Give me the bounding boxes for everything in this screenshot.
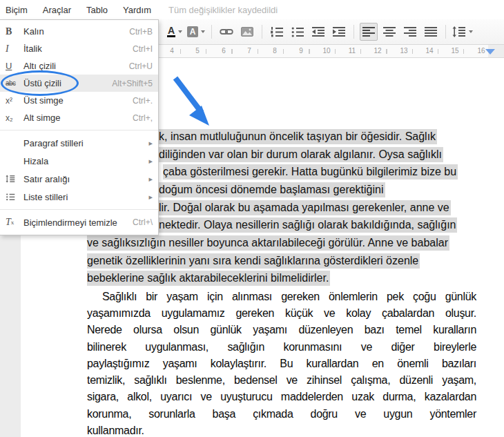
selected-text: ve sağlıksızlığın nesiller boyunca aktar… bbox=[87, 235, 449, 251]
doc-line[interactable]: doğum öncesi dönemde başlaması gerektiği… bbox=[159, 182, 385, 197]
align-center-button[interactable] bbox=[380, 23, 398, 41]
menu-shortcut: Ctrl+, bbox=[133, 113, 153, 123]
doc-line[interactable]: diliğinden var olan bir durum olarak alg… bbox=[159, 147, 443, 162]
menubar-item-tablo[interactable]: Tablo bbox=[79, 5, 115, 15]
doc-line[interactable]: nektedir. Olaya nesillerin sağlığı olara… bbox=[159, 217, 457, 232]
ruler-number: 11 bbox=[345, 47, 359, 55]
selected-text: k, insan mutluluğunun öncelik taşıyan bi… bbox=[159, 129, 437, 144]
align-justify-button[interactable] bbox=[422, 23, 440, 41]
menu-bar: Biçim Araçlar Tablo Yardım Tüm değişikli… bbox=[0, 0, 504, 19]
menu-shortcut: Alt+Shift+5 bbox=[112, 79, 153, 88]
outdent-button[interactable] bbox=[309, 23, 327, 41]
submenu-arrow-icon: ▸ bbox=[148, 157, 153, 166]
submenu-arrow-icon: ▸ bbox=[148, 193, 153, 202]
save-status: Tüm değişiklikler kaydedildi bbox=[168, 5, 278, 15]
text-color-button[interactable]: A bbox=[166, 23, 184, 41]
menu-item-subscript[interactable]: x₂ Alt simge Ctrl+, bbox=[0, 109, 158, 126]
bullet-list-icon bbox=[291, 26, 304, 37]
menu-item-strikethrough[interactable]: abc Üstü çizili Alt+Shift+5 bbox=[0, 75, 158, 92]
menu-shortcut: Ctrl+\ bbox=[133, 217, 153, 227]
doc-line[interactable]: sigara, alkol, uyarıcı ve uyuşturucu mad… bbox=[87, 389, 476, 404]
doc-line[interactable]: yaşamımızda uygulamamız gereken küçük ve… bbox=[87, 306, 476, 320]
menu-item-align[interactable]: Hizala ▸ bbox=[0, 152, 158, 170]
insert-image-button[interactable] bbox=[238, 23, 256, 41]
text-color-icon: A bbox=[167, 26, 175, 37]
menu-item-paragraph-styles[interactable]: Paragraf stilleri ▸ bbox=[0, 134, 158, 152]
highlight-color-icon: A bbox=[187, 26, 198, 37]
menubar-item-araclar[interactable]: Araçlar bbox=[35, 5, 79, 15]
menu-item-label: Üstü çizili bbox=[23, 78, 112, 88]
menu-item-italic[interactable]: I İtalik Ctrl+I bbox=[0, 40, 158, 57]
submenu-arrow-icon: ▸ bbox=[148, 175, 153, 184]
menu-item-label: Üst simge bbox=[23, 95, 133, 106]
ruler-number: 15 bbox=[448, 47, 462, 55]
format-menu: B Kalın Ctrl+B I İtalik Ctrl+I U Altı çi… bbox=[0, 19, 159, 235]
doc-line[interactable]: paylaştığımız yaşamı kolaylaştırır. Bu k… bbox=[87, 356, 476, 371]
toolbar-separator bbox=[445, 25, 446, 39]
ruler-number: 10 bbox=[320, 47, 333, 55]
toolbar-separator bbox=[211, 25, 212, 39]
align-left-icon bbox=[362, 26, 376, 37]
menu-item-bold[interactable]: B Kalın Ctrl+B bbox=[0, 23, 158, 40]
list-styles-icon bbox=[6, 193, 23, 201]
line-spacing-button[interactable] bbox=[452, 23, 474, 41]
indent-icon bbox=[332, 26, 346, 37]
superscript-icon: x² bbox=[6, 96, 23, 106]
menu-shortcut: Ctrl+. bbox=[133, 96, 153, 106]
menu-item-label: Biçimlendirmeyi temizle bbox=[23, 217, 133, 228]
subscript-icon: x₂ bbox=[6, 113, 23, 123]
doc-line[interactable]: genetik özelliklerinin yanı sıra kendi s… bbox=[87, 253, 420, 268]
menu-shortcut: Ctrl+I bbox=[133, 44, 153, 54]
ruler-number: 6 bbox=[217, 47, 231, 55]
menu-item-label: Satır aralığı bbox=[23, 174, 148, 184]
outdent-icon bbox=[311, 26, 325, 37]
doc-line[interactable]: temizlik, sağlıklı beslenme, bedensel ve… bbox=[87, 373, 476, 387]
selected-text: bebeklerine sağlık aktarabileceklerini b… bbox=[87, 271, 330, 286]
doc-line[interactable]: ve sağlıksızlığın nesiller boyunca aktar… bbox=[87, 235, 449, 250]
menu-item-line-spacing[interactable]: Satır aralığı ▸ bbox=[0, 170, 158, 188]
doc-line[interactable]: bebeklerine sağlık aktarabileceklerini b… bbox=[87, 271, 330, 285]
ruler-number: 12 bbox=[371, 47, 385, 55]
numbered-list-button[interactable] bbox=[268, 23, 286, 41]
align-left-button[interactable] bbox=[360, 23, 378, 41]
doc-line[interactable]: çaba gösterilmesi gerekir. Hatta bugünkü… bbox=[163, 164, 458, 179]
doc-line[interactable]: lir. Doğal olarak bu aşamada yapılması g… bbox=[159, 200, 451, 215]
chevron-down-icon bbox=[469, 30, 473, 33]
selected-text: doğum öncesi dönemde başlaması gerektiği… bbox=[159, 182, 385, 197]
menu-item-clear-formatting[interactable]: Tx Biçimlendirmeyi temizle Ctrl+\ bbox=[0, 213, 158, 231]
toolbar-separator bbox=[353, 25, 354, 39]
ruler-number: 14 bbox=[423, 47, 436, 55]
clear-formatting-icon: Tx bbox=[6, 217, 23, 228]
strikethrough-icon: abc bbox=[6, 79, 23, 87]
bullet-list-button[interactable] bbox=[289, 23, 307, 41]
doc-line[interactable]: korunma, sorunlarla başa çıkmada doğru v… bbox=[87, 407, 476, 421]
selected-text: genetik özelliklerinin yanı sıra kendi s… bbox=[87, 253, 420, 269]
insert-link-button[interactable] bbox=[217, 23, 235, 41]
menu-item-list-styles[interactable]: Liste stilleri ▸ bbox=[0, 188, 158, 206]
doc-line[interactable]: Nerede olursa olsun günlük yaşamı düzenl… bbox=[87, 322, 476, 337]
doc-line[interactable]: bilinerek uygulanması, sağlığın korunmas… bbox=[87, 340, 476, 354]
menu-item-label: İtalik bbox=[23, 43, 133, 54]
ruler-number: 13 bbox=[397, 47, 411, 55]
menu-item-underline[interactable]: U Altı çizili Ctrl+U bbox=[0, 57, 158, 75]
doc-line[interactable]: Sağlıklı bir yaşam için alınması gereken… bbox=[102, 289, 476, 304]
menubar-item-yardim[interactable]: Yardım bbox=[115, 5, 159, 15]
menubar-item-bicim[interactable]: Biçim bbox=[4, 5, 35, 15]
highlight-color-button[interactable]: A bbox=[186, 23, 206, 41]
doc-line[interactable]: kullanmadır. bbox=[87, 423, 144, 437]
indent-button[interactable] bbox=[330, 23, 348, 41]
chevron-down-icon bbox=[201, 30, 205, 33]
menu-separator bbox=[0, 209, 158, 210]
menu-item-superscript[interactable]: x² Üst simge Ctrl+. bbox=[0, 92, 158, 109]
doc-line[interactable]: k, insan mutluluğunun öncelik taşıyan bi… bbox=[159, 129, 437, 144]
align-right-button[interactable] bbox=[401, 23, 419, 41]
ruler-number: 9 bbox=[294, 47, 308, 55]
right-indent-marker[interactable] bbox=[485, 49, 495, 55]
line-spacing-icon bbox=[452, 26, 466, 37]
ruler-number: 8 bbox=[268, 47, 282, 55]
menu-item-label: Alt simge bbox=[23, 113, 133, 123]
menu-item-label: Liste stilleri bbox=[23, 192, 148, 202]
align-justify-icon bbox=[424, 26, 438, 37]
menu-item-label: Kalın bbox=[23, 26, 129, 37]
line-spacing-icon bbox=[6, 175, 23, 183]
